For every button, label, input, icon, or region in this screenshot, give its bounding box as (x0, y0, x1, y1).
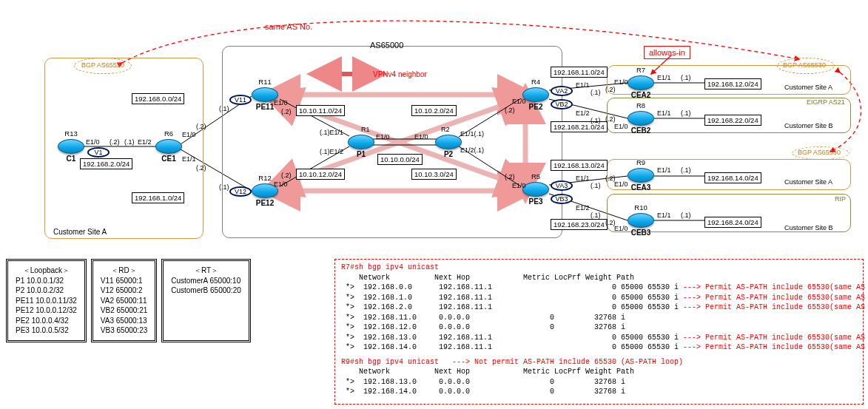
if-pe3-p2: (.2) (505, 173, 515, 180)
site-a-r7-label: Customer Site A (784, 84, 832, 91)
if-p1-e10a: E1/0 (376, 133, 390, 141)
router-cea3: R9CEA3 (628, 168, 654, 183)
if-cea3-p1r: (.1) (681, 166, 691, 174)
if-p1-e11: (.1)E1/1 (320, 129, 343, 136)
if-p2-c1: (.2) (110, 138, 120, 146)
if-p1-v12: (.1) (219, 183, 229, 191)
subnet-192-168-22: 192.168.22.0/24 (704, 115, 761, 126)
if-ceb2-e10: E1/0 (614, 123, 628, 130)
if-pe3-e11: E1/1 (576, 175, 590, 182)
bgp-left-label: BGP AS65530 (81, 61, 124, 69)
subnet-192-168-24: 192.168.24.0/24 (704, 217, 761, 228)
if-cea3-e11: E1/1 (657, 166, 671, 174)
vrf-v1: V1 (87, 147, 110, 158)
if-pe2-e10: E1/0 (512, 98, 526, 105)
bgp-r7-label: BGP AS65530 (783, 61, 826, 69)
if-p1-e12: (.1)E1/2 (320, 148, 343, 155)
if-pe12-e10: E1/0 (274, 180, 288, 188)
if-c1-e10: E1/0 (86, 138, 100, 146)
site-b-r8-label: Customer Site B (784, 122, 833, 129)
router-p1: P1 (348, 135, 374, 149)
if-p1-e10b: E1/0 (414, 133, 428, 141)
subnet-10-10-2: 10.10.2.0/24 (411, 105, 457, 116)
bgp-header-2: Network Next Hop Metric LocPrf Weight Pa… (341, 367, 857, 377)
loopback-table: ＜Loopback＞ P1 10.0.0.1/32 P2 10.0.0.2/32… (6, 259, 87, 342)
if-pe11-p2: (.2) (281, 108, 292, 115)
subnet-192-168-1: 192.168.1.0/24 (132, 192, 184, 203)
if-cea2-p1r: (.1) (681, 74, 691, 81)
if-ceb3-e10: E1/0 (614, 225, 628, 232)
if-cea2-p2: (.2) (605, 86, 616, 93)
eigrp-label: EIGRP AS21 (807, 98, 845, 106)
router-p2: P2 (435, 135, 462, 149)
if-p2-e12: E1/2(.1) (460, 146, 484, 154)
if-pe3-p1b: (.1) (591, 212, 601, 219)
if-ceb2-e11: E1/1 (657, 109, 671, 117)
as65000-title: AS65000 (370, 41, 403, 50)
if-pe3-p1a: (.1) (591, 182, 601, 189)
router-ceb2: R8CEB2 (628, 111, 654, 126)
same-as-label: same AS No. (265, 22, 312, 31)
vrf-vb3: VB3 (551, 194, 573, 204)
bgp-header-1: Network Next Hop Metric LocPrf Weight Pa… (341, 273, 857, 283)
subnet-10-10-11: 10.10.11.0/24 (296, 105, 345, 116)
if-p2-bot: (.2) (196, 164, 206, 172)
site-a-r9-label: Customer Site A (784, 178, 832, 186)
subnet-192-168-13: 192.168.13.0/24 (551, 160, 608, 171)
if-cea2-e11: E1/1 (657, 74, 671, 81)
if-ce1-e12: E1/2 (138, 138, 152, 146)
subnet-192-168-11: 192.168.11.0/24 (551, 67, 608, 78)
rt-table: ＜RT＞ CustomerA 65000:10 CustomerB 65000:… (161, 259, 251, 342)
if-ceb2-p2: (.2) (605, 115, 616, 123)
if-cea3-e10: E1/0 (614, 180, 628, 188)
if-pe12-p2: (.2) (281, 172, 292, 179)
vpnv4-label: VPNv4 neighbor (373, 70, 427, 78)
if-pe3-e12: E1/2 (576, 204, 590, 212)
if-pe11-e10: E1/0 (274, 99, 288, 107)
if-ceb3-p1r: (.1) (681, 212, 691, 219)
router-cea2: R7CEA2 (628, 75, 654, 90)
subnet-192-168-23: 192.168.23.0/24 (551, 219, 608, 230)
if-p2-top: (.2) (196, 123, 206, 130)
if-r1: R1 (361, 126, 370, 133)
vrf-v12: V12 (229, 186, 252, 197)
router-pe3: R5PE3 (522, 182, 549, 197)
if-ce1-e11: E1/1 (182, 155, 196, 163)
if-p1-ce1: (.1) (124, 138, 135, 146)
subnet-10-10-12: 10.10.12.0/24 (296, 169, 345, 180)
bgp-r9-label: BGP AS65530 (798, 149, 841, 156)
if-pe3-e10: E1/0 (512, 182, 526, 189)
if-ceb3-e11: E1/1 (657, 212, 671, 219)
if-pe2-e11: E1/1 (576, 81, 590, 89)
info-tables: ＜Loopback＞ P1 10.0.0.1/32 P2 10.0.0.2/32… (6, 259, 251, 342)
if-pe2-p2: (.2) (505, 107, 515, 114)
site-a-left-label: Customer Site A (53, 228, 107, 236)
if-pe2-e12: E1/2 (576, 109, 590, 117)
r9-cmd: R9#sh bgp ipv4 unicast ---> Not permit A… (341, 357, 857, 368)
router-ceb3: R10CEB3 (628, 213, 654, 228)
vrf-v11: V11 (229, 95, 252, 105)
if-pe2-p1b: (.1) (591, 117, 601, 124)
rip-label: RIP (835, 195, 846, 203)
subnet-192-168-12: 192.168.12.0/24 (704, 78, 761, 89)
if-ce1-e10: E1/0 (182, 131, 196, 138)
if-p2-e11: E1/1(.1) (460, 130, 484, 138)
site-b-r10-label: Customer Site B (784, 224, 833, 231)
subnet-10-10-0: 10.10.0.0/24 (377, 154, 423, 165)
vrf-va2: VA2 (551, 86, 573, 96)
vrf-va3: VA3 (551, 180, 573, 191)
vrf-vb2: VB2 (551, 99, 573, 109)
r7-cmd: R7#sh bgp ipv4 unicast (341, 263, 857, 273)
subnet-192-168-0: 192.168.0.0/24 (132, 93, 184, 104)
router-ce1: R6CE1 (155, 139, 182, 154)
router-c1: R13C1 (58, 139, 84, 154)
if-pe2-p1a: (.1) (591, 89, 601, 96)
subnet-10-10-3: 10.10.3.0/24 (411, 169, 457, 180)
rd-table: ＜RD＞ V11 65000:1 V12 65000:2 VA2 65000:1… (91, 259, 157, 342)
if-p1-v11: (.1) (219, 105, 229, 112)
bgp-output-panel: R7#sh bgp ipv4 unicast Network Next Hop … (334, 259, 864, 405)
if-r2: R2 (441, 126, 450, 133)
if-cea2-e10: E1/0 (614, 78, 628, 86)
if-ceb2-p1r: (.1) (681, 109, 691, 117)
subnet-192-168-14: 192.168.14.0/24 (704, 172, 761, 183)
